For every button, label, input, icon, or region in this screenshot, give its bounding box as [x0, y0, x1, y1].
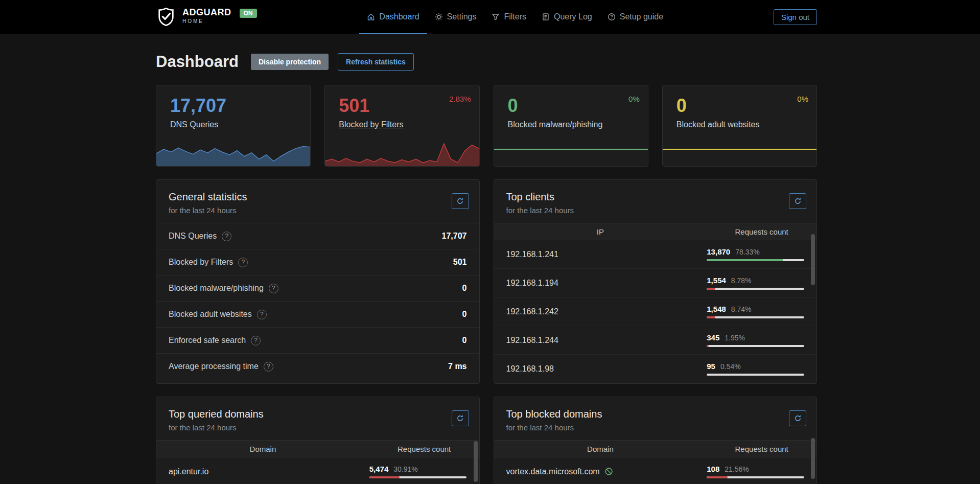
nav-settings[interactable]: Settings: [427, 0, 484, 34]
client-ip[interactable]: 192.168.1.244: [494, 336, 707, 345]
stat-value: 0: [508, 97, 648, 115]
scrollbar-thumb[interactable]: [474, 441, 478, 482]
progress-bar: [707, 259, 804, 261]
page-title: Dashboard: [156, 53, 239, 71]
stat-value: 0: [676, 97, 816, 115]
help-icon[interactable]: ?: [222, 232, 231, 241]
client-row: 192.168.1.241 13,87078.33%: [494, 240, 817, 269]
disable-protection-button[interactable]: Disable protection: [251, 54, 329, 70]
blocked-filters-sparkline: [325, 138, 479, 166]
sign-out-button[interactable]: Sign out: [774, 9, 817, 25]
stat-row: Blocked by Filters ? 501: [156, 249, 479, 275]
progress-fill: [707, 374, 707, 376]
adguard-logo-icon: [156, 7, 176, 29]
dns-queries-sparkline: [156, 138, 310, 166]
client-ip[interactable]: 192.168.1.194: [494, 279, 707, 288]
refresh-statistics-button[interactable]: Refresh statistics: [338, 53, 414, 71]
stat-percent: 2.83%: [449, 95, 471, 103]
stat-label: Blocked malware/phishing: [508, 120, 648, 129]
client-ip[interactable]: 192.168.1.242: [494, 307, 707, 316]
help-icon[interactable]: ?: [238, 258, 248, 267]
panel-subtitle: for the last 24 hours: [169, 206, 467, 215]
progress-bar: [707, 316, 804, 318]
stat-row: Blocked adult websites ? 0: [156, 301, 479, 327]
stat-percent: 0%: [797, 95, 808, 103]
stat-card-dns-queries: 17,707 DNS Queries: [156, 85, 311, 167]
scrollbar-thumb[interactable]: [811, 438, 815, 479]
stat-row: Average processing time ? 7 ms: [156, 353, 479, 379]
stat-row: Blocked malware/phishing ? 0: [156, 275, 479, 301]
progress-bar: [707, 345, 804, 347]
brand-sub: HOME: [182, 18, 231, 24]
stat-value: 17,707: [170, 97, 310, 115]
page-head: Dashboard Disable protection Refresh sta…: [156, 53, 817, 71]
table-header: IP Requests count: [494, 223, 817, 240]
gear-icon: [435, 13, 443, 21]
table-header: Domain Requests count: [156, 440, 479, 457]
domain-row: api.entur.io 5,47430.91%: [156, 457, 479, 484]
panel-subtitle: for the last 24 hours: [169, 423, 467, 432]
panel-title: Top queried domains: [169, 408, 467, 420]
client-ip[interactable]: 192.168.1.241: [494, 250, 707, 259]
query-log-icon: [542, 13, 550, 21]
panel-subtitle: for the last 24 hours: [506, 206, 805, 215]
nav-dashboard[interactable]: Dashboard: [359, 0, 427, 34]
client-row: 192.168.1.194 1,5548.78%: [494, 269, 817, 297]
nav-setup-guide[interactable]: Setup guide: [600, 0, 671, 34]
client-row: 192.168.1.242 1,5488.74%: [494, 297, 817, 326]
brand-name: ADGUARD: [182, 8, 231, 18]
progress-fill: [707, 259, 783, 261]
nav-filters[interactable]: Filters: [484, 0, 534, 34]
refresh-button[interactable]: [452, 193, 469, 209]
scrollbar-thumb[interactable]: [811, 234, 815, 285]
nav-query-log[interactable]: Query Log: [534, 0, 600, 34]
app-header: ADGUARD HOME ON Dashboard Settings Filte…: [0, 0, 980, 34]
blocked-by-filters-link[interactable]: Blocked by Filters: [339, 120, 479, 129]
help-icon[interactable]: ?: [251, 336, 261, 345]
help-icon[interactable]: ?: [264, 362, 273, 372]
stat-label: Blocked adult websites: [676, 120, 816, 129]
client-row: 192.168.1.98 950.54%: [494, 355, 817, 383]
progress-bar: [707, 476, 804, 478]
progress-bar: [707, 288, 804, 290]
client-ip[interactable]: 192.168.1.98: [494, 364, 707, 374]
general-statistics-card: General statistics for the last 24 hours…: [156, 179, 480, 384]
stat-row: DNS Queries ? 17,707: [156, 223, 479, 249]
domain-row: vortex.data.microsoft.com 10821.56%: [494, 457, 817, 484]
brand: ADGUARD HOME ON: [156, 6, 257, 29]
refresh-button[interactable]: [452, 410, 469, 426]
main-nav: Dashboard Settings Filters Query Log Set…: [359, 0, 671, 34]
stat-cards: 17,707 DNS Queries 2.83% 501 Blocked by …: [156, 85, 817, 167]
progress-fill: [707, 288, 715, 290]
top-clients-card: Top clients for the last 24 hours IP Req…: [494, 179, 818, 384]
progress-fill: [707, 345, 709, 347]
panel-subtitle: for the last 24 hours: [506, 423, 805, 432]
stat-percent: 0%: [628, 95, 640, 103]
progress-bar: [707, 374, 804, 376]
table-header: Domain Requests count: [494, 440, 817, 457]
client-row: 192.168.1.244 3451.95%: [494, 326, 817, 355]
refresh-icon: [794, 414, 802, 422]
refresh-icon: [456, 197, 464, 205]
blocked-malware-sparkline: [494, 138, 648, 166]
panel-title: Top blocked domains: [506, 408, 805, 420]
help-icon[interactable]: ?: [257, 310, 267, 319]
protection-status-badge: ON: [240, 9, 257, 18]
panel-title: Top clients: [506, 191, 805, 203]
refresh-button[interactable]: [789, 410, 806, 426]
stat-card-blocked-by-filters: 2.83% 501 Blocked by Filters: [324, 85, 479, 167]
refresh-button[interactable]: [789, 193, 806, 209]
stat-row: Enforced safe search ? 0: [156, 327, 479, 353]
domain-name[interactable]: vortex.data.microsoft.com: [506, 467, 600, 476]
dashboard-page: Dashboard Disable protection Refresh sta…: [156, 53, 817, 484]
refresh-icon: [456, 414, 464, 422]
stat-label: DNS Queries: [170, 120, 310, 129]
help-icon[interactable]: ?: [269, 284, 278, 293]
progress-fill: [369, 476, 400, 478]
progress-bar: [369, 476, 467, 478]
panel-title: General statistics: [169, 191, 467, 203]
refresh-icon: [794, 197, 802, 205]
blocked-domain-icon[interactable]: [604, 467, 613, 476]
top-blocked-domains-card: Top blocked domains for the last 24 hour…: [494, 397, 818, 484]
domain-name[interactable]: api.entur.io: [156, 467, 369, 476]
